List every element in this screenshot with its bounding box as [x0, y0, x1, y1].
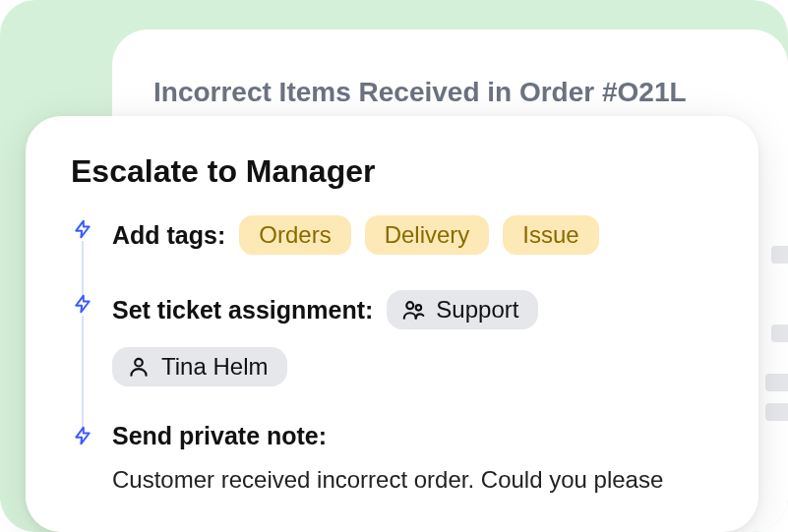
group-chip[interactable]: Support	[387, 290, 538, 329]
step-connector	[82, 241, 84, 296]
step-connector	[82, 316, 84, 428]
assignment-label: Set ticket assignment:	[112, 296, 373, 325]
lightning-icon	[71, 292, 94, 316]
ticket-title: Incorrect Items Received in Order #O21L	[153, 77, 687, 108]
svg-marker-0	[76, 221, 89, 238]
step-private-note: Send private note: Customer received inc…	[71, 422, 713, 531]
group-chip-label: Support	[436, 296, 518, 324]
decorative-stripe	[765, 374, 788, 391]
tag-chip[interactable]: Issue	[503, 215, 598, 255]
svg-marker-5	[76, 428, 89, 444]
step-assignment: Set ticket assignment: Support Tina Helm	[71, 290, 713, 422]
decorative-stripe	[765, 403, 788, 421]
private-note-body: Customer received incorrect order. Could…	[112, 464, 713, 496]
svg-point-2	[407, 302, 414, 309]
tag-chip[interactable]: Delivery	[365, 215, 490, 255]
users-icon	[400, 297, 426, 323]
private-note-label: Send private note:	[112, 422, 327, 450]
decorative-stripe	[771, 246, 788, 264]
modal-title: Escalate to Manager	[71, 153, 713, 190]
tag-chip[interactable]: Orders	[239, 215, 350, 255]
step-add-tags: Add tags: Orders Delivery Issue	[71, 215, 713, 290]
escalate-modal: Escalate to Manager Add tags: Orders Del…	[26, 116, 758, 532]
decorative-stripe	[771, 325, 788, 342]
lightning-icon	[71, 217, 94, 241]
person-chip-label: Tina Helm	[161, 353, 268, 381]
add-tags-label: Add tags:	[112, 221, 225, 250]
lightning-icon	[71, 424, 94, 447]
user-icon	[126, 354, 152, 380]
person-chip[interactable]: Tina Helm	[112, 347, 287, 386]
svg-marker-1	[76, 296, 89, 313]
svg-point-4	[135, 359, 143, 367]
svg-point-3	[416, 305, 421, 310]
